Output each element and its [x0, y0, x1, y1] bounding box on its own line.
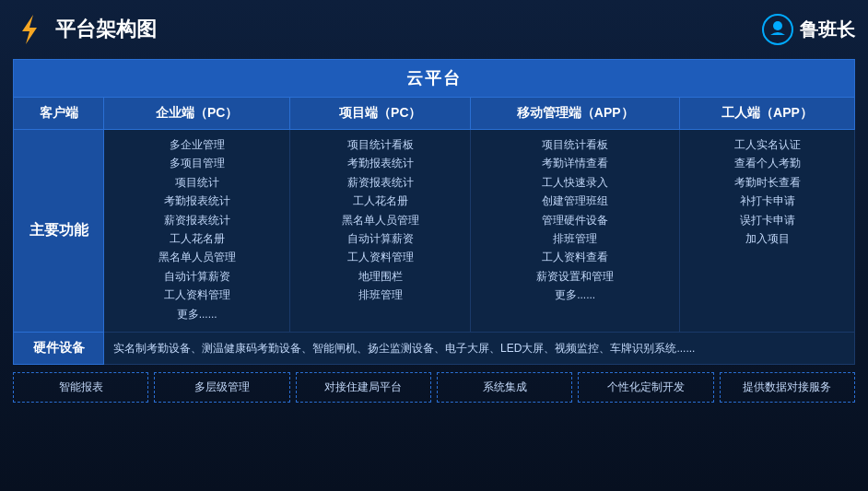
feature-integration: 系统集成	[437, 372, 572, 403]
features-row: 智能报表 多层级管理 对接住建局平台 系统集成 个性化定制开发 提供数据对接服务	[13, 372, 855, 403]
feature-authority: 对接住建局平台	[296, 372, 431, 403]
hardware-content: 实名制考勤设备、测温健康码考勤设备、智能闸机、扬尘监测设备、电子大屏、LED大屏…	[104, 333, 855, 365]
hardware-row: 硬件设备 实名制考勤设备、测温健康码考勤设备、智能闸机、扬尘监测设备、电子大屏、…	[14, 333, 855, 365]
brand-icon	[761, 13, 794, 46]
mobile-func-list: 项目统计看板 考勤详情查看 工人快速录入 创建管理班组 管理硬件设备 排班管理 …	[475, 135, 675, 305]
brand-name: 鲁班长	[800, 18, 855, 42]
feature-data-service: 提供数据对接服务	[720, 372, 855, 403]
col-header-worker: 工人端（APP）	[680, 98, 855, 130]
feature-multilevel: 多层级管理	[154, 372, 289, 403]
row-header-hardware: 硬件设备	[14, 333, 104, 365]
col-header-mobile: 移动管理端（APP）	[471, 98, 680, 130]
header-left: 平台架构图	[13, 13, 157, 46]
cloud-platform-row: 云平台	[14, 60, 855, 98]
brand-logo: 鲁班长	[761, 13, 855, 46]
page-title: 平台架构图	[55, 16, 157, 43]
col-header-enterprise: 企业端（PC）	[104, 98, 290, 130]
enterprise-func-list: 多企业管理 多项目管理 项目统计 考勤报表统计 薪资报表统计 工人花名册 黑名单…	[108, 135, 286, 323]
project-functions: 项目统计看板 考勤报表统计 薪资报表统计 工人花名册 黑名单人员管理 自动计算薪…	[290, 130, 471, 333]
architecture-table: 云平台 客户端 企业端（PC） 项目端（PC） 移动管理端（APP） 工人端（A…	[13, 59, 855, 365]
logo-icon	[13, 13, 46, 46]
row-header-functions: 主要功能	[14, 130, 104, 333]
column-headers-row: 客户端 企业端（PC） 项目端（PC） 移动管理端（APP） 工人端（APP）	[14, 98, 855, 130]
feature-custom: 个性化定制开发	[578, 372, 713, 403]
svg-marker-0	[22, 15, 37, 44]
main-functions-row: 主要功能 多企业管理 多项目管理 项目统计 考勤报表统计 薪资报表统计 工人花名…	[14, 130, 855, 333]
project-func-list: 项目统计看板 考勤报表统计 薪资报表统计 工人花名册 黑名单人员管理 自动计算薪…	[294, 135, 466, 305]
mobile-functions: 项目统计看板 考勤详情查看 工人快速录入 创建管理班组 管理硬件设备 排班管理 …	[471, 130, 680, 333]
enterprise-functions: 多企业管理 多项目管理 项目统计 考勤报表统计 薪资报表统计 工人花名册 黑名单…	[104, 130, 290, 333]
cloud-platform-header: 云平台	[14, 60, 855, 98]
page: 平台架构图 鲁班长 云平台 客户端 企业端（PC） 项目端（PC） 移动管理端（…	[0, 0, 868, 491]
worker-functions: 工人实名认证 查看个人考勤 考勤时长查看 补打卡申请 误打卡申请 加入项目	[680, 130, 855, 333]
worker-func-list: 工人实名认证 查看个人考勤 考勤时长查看 补打卡申请 误打卡申请 加入项目	[684, 135, 850, 248]
svg-point-2	[773, 21, 782, 30]
feature-smart-report: 智能报表	[13, 372, 148, 403]
col-header-client: 客户端	[14, 98, 104, 130]
header: 平台架构图 鲁班长	[13, 9, 855, 50]
col-header-project: 项目端（PC）	[290, 98, 471, 130]
